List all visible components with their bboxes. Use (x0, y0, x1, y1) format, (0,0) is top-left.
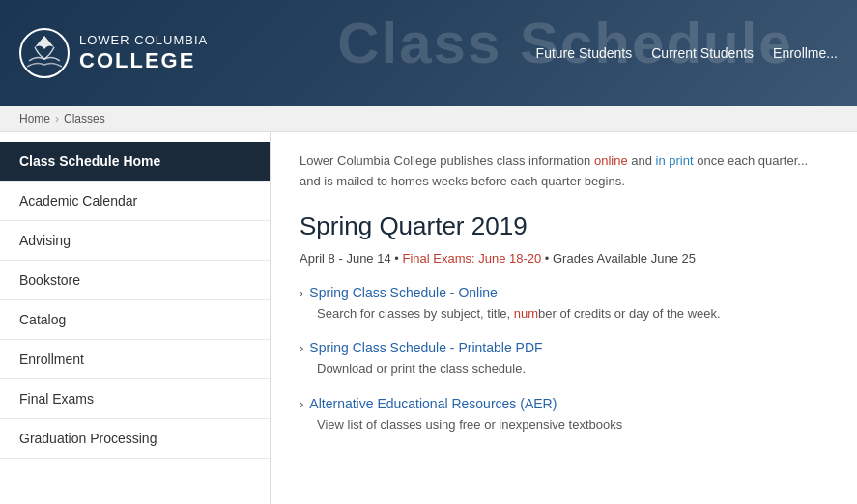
link-header-aer: › Alternative Educational Resources (AER… (300, 396, 828, 411)
link-header-online: › Spring Class Schedule - Online (300, 285, 828, 300)
breadcrumb-home[interactable]: Home (19, 112, 50, 126)
sidebar-item-academic-calendar[interactable]: Academic Calendar (0, 182, 270, 221)
logo-lower-text: COLLEGE (79, 48, 208, 73)
main-container: Class Schedule Home Academic Calendar Ad… (0, 132, 857, 504)
dates-text: April 8 - June 14 • (300, 251, 402, 266)
link-pdf-schedule[interactable]: Spring Class Schedule - Printable PDF (309, 340, 542, 355)
link-section-pdf-schedule: › Spring Class Schedule - Printable PDF … (300, 340, 828, 378)
nav-enrollment[interactable]: Enrollme... (773, 45, 838, 61)
intro-and: and (628, 154, 656, 168)
header-title-overlay: Class Schedule (337, 10, 793, 76)
grades-text: • Grades Available June 25 (541, 251, 696, 266)
nav-future-students[interactable]: Future Students (536, 45, 633, 61)
highlight-number: num (514, 306, 538, 321)
intro-text-mid: once each quarter... (694, 154, 809, 168)
link-section-aer: › Alternative Educational Resources (AER… (300, 396, 828, 434)
arrow-icon-1: › (300, 286, 303, 300)
sidebar-item-catalog[interactable]: Catalog (0, 300, 270, 340)
link-header-pdf: › Spring Class Schedule - Printable PDF (300, 340, 828, 355)
main-content: Lower Columbia College publishes class i… (271, 132, 857, 504)
quarter-dates: April 8 - June 14 • Final Exams: June 18… (300, 251, 828, 266)
arrow-icon-3: › (300, 397, 303, 411)
logo-text: Lower Columbia COLLEGE (79, 33, 208, 73)
sidebar-item-class-schedule-home[interactable]: Class Schedule Home (0, 142, 270, 182)
sidebar-item-graduation-processing[interactable]: Graduation Processing (0, 419, 270, 459)
logo-upper-text: Lower Columbia (79, 33, 208, 48)
nav-current-students[interactable]: Current Students (651, 45, 754, 61)
intro-text-part1: Lower Columbia College publishes class i… (300, 154, 594, 168)
sidebar-item-advising[interactable]: Advising (0, 221, 270, 261)
sidebar-item-final-exams[interactable]: Final Exams (0, 379, 270, 419)
college-logo-icon (19, 28, 70, 78)
logo-area: Lower Columbia COLLEGE (19, 28, 208, 78)
arrow-icon-2: › (300, 341, 303, 355)
link-aer[interactable]: Alternative Educational Resources (AER) (309, 396, 557, 411)
link-section-online-schedule: › Spring Class Schedule - Online Search … (300, 285, 828, 323)
link-desc-aer: View list of classes using free or inexp… (300, 415, 828, 434)
sidebar-item-enrollment[interactable]: Enrollment (0, 340, 270, 379)
breadcrumb-classes[interactable]: Classes (64, 112, 105, 126)
sidebar-item-bookstore[interactable]: Bookstore (0, 261, 270, 300)
intro-paragraph: Lower Columbia College publishes class i… (300, 152, 828, 192)
quarter-title: Spring Quarter 2019 (300, 211, 828, 241)
intro-text-part2: and is mailed to homes weeks before each… (300, 174, 625, 188)
breadcrumb: Home › Classes (0, 106, 857, 132)
main-nav: Future Students Current Students Enrollm… (536, 45, 838, 61)
link-desc-pdf: Download or print the class schedule. (300, 359, 828, 378)
final-exams-link[interactable]: Final Exams: June 18-20 (402, 251, 541, 266)
intro-inprint: in print (656, 154, 694, 168)
intro-online: online (594, 154, 628, 168)
breadcrumb-separator: › (55, 112, 59, 126)
link-desc-online: Search for classes by subject, title, nu… (300, 304, 828, 323)
link-online-schedule[interactable]: Spring Class Schedule - Online (309, 285, 498, 300)
site-header: Class Schedule Lower Columbia COLLEGE Fu… (0, 0, 857, 106)
sidebar: Class Schedule Home Academic Calendar Ad… (0, 132, 271, 504)
